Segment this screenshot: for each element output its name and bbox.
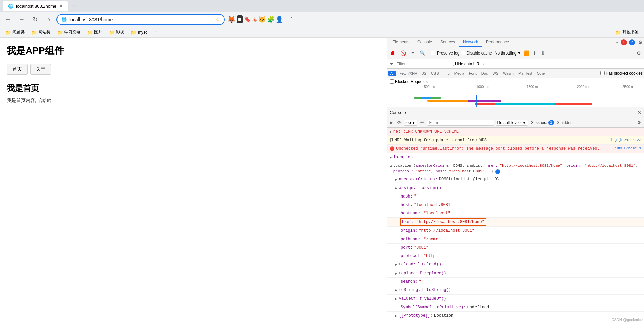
expand-arrow[interactable]: ▶ xyxy=(395,262,397,268)
search-button[interactable]: 🔍 xyxy=(418,49,427,57)
forward-button[interactable]: → xyxy=(16,14,27,25)
ext-icon-3[interactable]: 🐱 xyxy=(258,16,266,23)
filter-wasm[interactable]: Wasm xyxy=(501,71,516,76)
active-tab[interactable]: 🌐 localhost:8081/home ✕ xyxy=(3,1,68,11)
new-tab-btn[interactable]: + xyxy=(69,1,79,11)
tab-close-btn[interactable]: ✕ xyxy=(59,4,63,8)
console-eye-btn[interactable]: 👁 xyxy=(419,119,426,126)
console-settings-btn[interactable]: ⚙ xyxy=(636,119,643,126)
expand-arrow[interactable]: ▶ xyxy=(395,271,397,277)
filter-doc[interactable]: Doc xyxy=(479,71,490,76)
ext-icon-1[interactable]: ■ xyxy=(237,15,243,23)
message-count-badge[interactable]: 2 xyxy=(629,39,635,45)
clear-button[interactable]: ⏷ xyxy=(409,49,417,57)
bookmark-more[interactable]: » xyxy=(152,29,160,35)
filter-fetch-xhr[interactable]: Fetch/XHR xyxy=(397,71,419,76)
more-tabs-btn[interactable]: » xyxy=(613,39,621,46)
expand-icon[interactable]: ▶ xyxy=(390,129,392,135)
bookmark-影视[interactable]: 📁 影视 xyxy=(106,29,127,36)
browser-menu-btn[interactable]: ⋮ xyxy=(286,14,297,25)
filter-ws[interactable]: WS xyxy=(490,71,500,76)
timeline-500ms: 500 ms xyxy=(424,85,435,89)
reload-button[interactable]: ↻ xyxy=(30,14,40,25)
upload-icon[interactable]: ⬆ xyxy=(531,49,538,57)
expand-arrow[interactable]: ▶ xyxy=(395,313,397,319)
hide-data-urls-label[interactable]: Hide data URLs xyxy=(450,62,484,66)
filter-media[interactable]: Media xyxy=(452,71,466,76)
hmr-link[interactable]: log.js?4244:23 xyxy=(610,137,641,143)
console-close-btn[interactable]: ✕ xyxy=(637,109,641,116)
puzzle-icon[interactable]: 🧩 xyxy=(267,16,274,23)
home-page-btn[interactable]: 首页 xyxy=(7,64,28,75)
filter-css[interactable]: CSS xyxy=(429,71,441,76)
blocked-requests-label[interactable]: Blocked Requests xyxy=(390,79,428,84)
network-settings-btn[interactable]: ⚙ xyxy=(635,49,643,57)
ext-icon-2[interactable]: ◈ xyxy=(252,16,257,23)
tab-sources[interactable]: Sources xyxy=(436,38,459,47)
console-context-selector[interactable]: top ▼ xyxy=(404,120,417,126)
home-button[interactable]: ⌂ xyxy=(43,14,54,25)
expand-arrow[interactable]: ▶ xyxy=(395,186,397,191)
bookmark-问题类[interactable]: 📁 问题类 xyxy=(3,29,27,36)
expand-arrow[interactable]: ▶ xyxy=(395,296,397,302)
more-bookmarks-label: » xyxy=(155,30,157,35)
preserve-log-label[interactable]: Preserve log xyxy=(431,51,459,56)
stop-record-button[interactable]: 🚫 xyxy=(399,49,408,57)
bookmark-学习充电[interactable]: 📁 学习充电 xyxy=(54,29,83,36)
bookmark-其他书签[interactable]: 📁 其他书签 xyxy=(613,29,641,36)
hide-data-urls-checkbox[interactable] xyxy=(450,62,454,66)
wifi-icon[interactable]: 📶 xyxy=(524,50,529,56)
tab-network[interactable]: Network xyxy=(459,38,482,47)
has-blocked-cookies-label[interactable]: Has blocked cookies xyxy=(600,71,643,76)
tab-performance[interactable]: Performance xyxy=(482,38,513,47)
firefox-icon[interactable]: 🦊 xyxy=(227,15,236,24)
about-page-btn[interactable]: 关于 xyxy=(30,64,51,75)
console-line-location: ▶ location xyxy=(387,153,644,162)
filter-input[interactable] xyxy=(396,62,447,66)
has-blocked-cookies-checkbox[interactable] xyxy=(600,71,605,75)
bookmark-图片[interactable]: 📁 图片 xyxy=(84,29,105,36)
filter-js[interactable]: JS xyxy=(420,71,428,76)
waterfall-bar-4 xyxy=(468,100,501,102)
blocked-requests-checkbox[interactable] xyxy=(390,79,394,84)
console-filter-input[interactable] xyxy=(427,120,494,126)
back-button[interactable]: ← xyxy=(3,14,13,25)
bookmark-网站类[interactable]: 📁 网站类 xyxy=(29,29,53,36)
profile-icon[interactable]: 👤 xyxy=(276,16,283,23)
prop-value: f replace() xyxy=(419,270,446,276)
throttling-dropdown[interactable]: No throttling ▼ xyxy=(493,50,523,56)
console-issues-area[interactable]: 2 Issues: 2 xyxy=(529,120,556,126)
collapse-arrow[interactable]: ◀ xyxy=(390,164,392,169)
timeline-scale: 500 ms 1000 ms 1500 ms 2000 ms 2500 n xyxy=(387,85,644,88)
info-badge[interactable]: i xyxy=(495,169,500,174)
bookmark-mysql[interactable]: 📁 mysql xyxy=(128,29,151,36)
tab-console[interactable]: Console xyxy=(413,38,436,47)
prop-value: f assign() xyxy=(417,185,441,191)
preserve-log-text: Preserve log xyxy=(437,51,459,56)
console-stop-btn[interactable]: ⊘ xyxy=(396,119,402,126)
console-levels-dropdown[interactable]: Default levels ▼ xyxy=(496,120,528,126)
console-toolbar: ▶ ⊘ top ▼ 👁 Default levels ▼ 2 Issues: 2… xyxy=(387,118,644,128)
preserve-log-checkbox[interactable] xyxy=(431,51,435,55)
filter-font[interactable]: Font xyxy=(467,71,479,76)
page-content: 我是APP组件 首页 关于 我是首页 我是首页内容, 哈哈哈 xyxy=(0,38,387,323)
record-button[interactable]: ⏺ xyxy=(388,49,397,57)
bookmark-icon[interactable]: 🔖 xyxy=(244,16,251,23)
error-count-badge[interactable]: 1 xyxy=(621,39,627,45)
settings-icon[interactable]: ⚙ xyxy=(638,40,643,45)
filter-manifest[interactable]: Manifest xyxy=(516,71,534,76)
disable-cache-label[interactable]: Disable cache xyxy=(461,51,492,56)
location-expand-arrow[interactable]: ▶ xyxy=(390,155,392,161)
filter-all[interactable]: All xyxy=(388,71,396,76)
tab-elements[interactable]: Elements xyxy=(388,38,413,47)
bookmark-star-icon[interactable]: ☆ xyxy=(215,16,220,23)
expand-arrow[interactable]: ▶ xyxy=(395,177,397,183)
error-link[interactable]: :8081/home:1 xyxy=(615,146,641,152)
filter-other[interactable]: Other xyxy=(535,71,548,76)
download-icon[interactable]: ⬇ xyxy=(539,49,547,57)
address-bar[interactable]: 🌐 localhost:8081/home ☆ xyxy=(56,14,225,25)
console-run-btn[interactable]: ▶ xyxy=(388,119,394,126)
expand-arrow[interactable]: ▶ xyxy=(395,288,397,293)
filter-img[interactable]: Img xyxy=(442,71,452,76)
disable-cache-checkbox[interactable] xyxy=(461,51,465,55)
